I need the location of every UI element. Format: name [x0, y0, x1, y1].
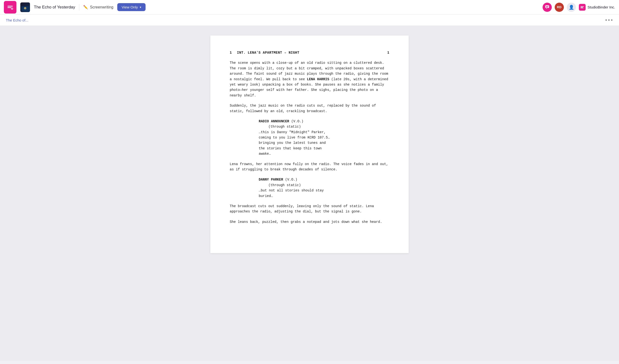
char2-name: DANNY PARKER — [259, 178, 283, 182]
logo-icon — [7, 4, 14, 11]
action-text-4: The broadcast cuts out suddenly, leaving… — [230, 204, 374, 213]
view-only-button[interactable]: View Only ▾ — [117, 3, 146, 11]
comments-button[interactable] — [543, 3, 552, 12]
dot2: • — [608, 17, 611, 23]
svg-rect-0 — [8, 6, 13, 7]
thumbnail-image — [22, 6, 29, 11]
svg-rect-7 — [546, 6, 549, 7]
chevron-down-icon: ▾ — [140, 6, 141, 9]
action-text-5: She leans back, puzzled, then grabs a no… — [230, 220, 382, 224]
nav-divider — [79, 4, 79, 11]
sub-nav-title[interactable]: The Echo of... — [6, 18, 28, 22]
screenplay-page: 1 INT. LENA'S APARTMENT – NIGHT 1 The sc… — [210, 36, 409, 253]
studio-binder-label: StudioBinder Inc. — [588, 5, 615, 9]
top-nav: The Echo of Yesterday ✏️ Screenwriting V… — [0, 0, 619, 14]
dot3: • — [611, 17, 613, 23]
main-area: 1 INT. LENA'S APARTMENT – NIGHT 1 The sc… — [0, 26, 619, 361]
more-options-button[interactable]: • • • — [605, 17, 613, 23]
section-link[interactable]: ✏️ Screenwriting — [83, 5, 113, 9]
scene-heading-row: 1 INT. LENA'S APARTMENT – NIGHT 1 — [230, 50, 389, 55]
project-title: The Echo of Yesterday — [34, 5, 75, 10]
character-name-radio: RADIO ANNOUNCER (V.O.) — [259, 119, 375, 124]
action-text-1: The scene opens with a close-up of an ol… — [230, 61, 388, 97]
nav-right-actions: RD 👤 StudioBinder Inc. — [543, 3, 615, 12]
dialogue-block-radio-announcer: RADIO ANNOUNCER (V.O.) (through static) … — [230, 119, 389, 157]
char1-paren: (through static) — [259, 124, 375, 129]
action-block-5: She leans back, puzzled, then grabs a no… — [230, 219, 389, 224]
view-only-label: View Only — [122, 5, 138, 9]
scene-number-right: 1 — [382, 50, 389, 55]
char1-name: RADIO ANNOUNCER — [259, 119, 289, 123]
svg-rect-8 — [546, 7, 548, 8]
char2-dialogue: …but not all stories should stayburied… — [259, 188, 375, 199]
svg-point-3 — [12, 8, 13, 9]
script-content: 1 INT. LENA'S APARTMENT – NIGHT 1 The sc… — [230, 50, 389, 224]
user-rd-initials: RD — [557, 5, 562, 9]
studio-binder-icon — [579, 4, 586, 11]
svg-rect-9 — [580, 6, 584, 7]
sub-nav: The Echo of... • • • — [0, 14, 619, 26]
scene-heading-text: INT. LENA'S APARTMENT – NIGHT — [237, 50, 382, 55]
char1-ext: (V.O.) — [291, 119, 303, 123]
studio-binder-button[interactable]: StudioBinder Inc. — [579, 4, 615, 11]
app-logo-button[interactable] — [4, 1, 16, 14]
user-icon: 👤 — [569, 5, 574, 10]
char2-paren: (through static) — [259, 182, 375, 188]
user-rd-avatar[interactable]: RD — [555, 3, 564, 12]
dot1: • — [605, 17, 608, 23]
action-block-1: The scene opens with a close-up of an ol… — [230, 60, 389, 98]
svg-rect-1 — [8, 7, 11, 8]
sb-logo-icon — [580, 5, 584, 9]
user-avatar-guest[interactable]: 👤 — [567, 3, 576, 12]
action-text-2: Suddenly, the jazz music on the radio cu… — [230, 104, 376, 113]
char1-dialogue: …this is Danny "Midnight" Parker,coming … — [259, 129, 375, 157]
character-name-inline-lena: LENA HARRIS — [307, 77, 329, 81]
pencil-icon: ✏️ — [83, 5, 88, 9]
svg-rect-10 — [580, 7, 583, 8]
char2-ext: (V.O.) — [285, 178, 297, 182]
svg-point-5 — [24, 7, 26, 9]
svg-rect-11 — [580, 8, 583, 8]
action-text-3: Lena frowns, her attention now fully on … — [230, 162, 388, 171]
section-label: Screenwriting — [90, 5, 113, 9]
project-thumbnail — [20, 2, 30, 12]
character-name-danny: DANNY PARKER (V.O.) — [259, 177, 375, 182]
action-block-2: Suddenly, the jazz music on the radio cu… — [230, 103, 389, 114]
action-block-3: Lena frowns, her attention now fully on … — [230, 161, 389, 172]
scene-number-left: 1 — [230, 50, 237, 55]
action-block-4: The broadcast cuts out suddenly, leaving… — [230, 204, 389, 214]
comments-icon — [545, 5, 549, 9]
dialogue-block-danny-parker: DANNY PARKER (V.O.) (through static) …bu… — [230, 177, 389, 199]
